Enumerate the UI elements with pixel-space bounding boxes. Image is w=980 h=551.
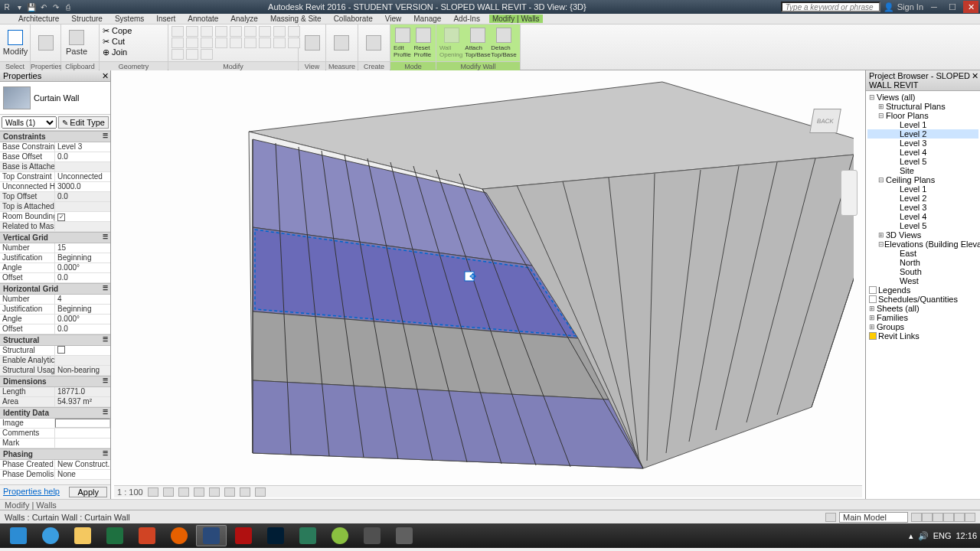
- val-vnum[interactable]: 15: [55, 243, 110, 253]
- volume-icon[interactable]: 🔊: [918, 531, 929, 541]
- tree-floor-plans[interactable]: ⊟Floor Plans: [867, 111, 978, 120]
- tree-level4[interactable]: Level 4: [867, 148, 978, 157]
- worksets-icon[interactable]: [825, 513, 836, 522]
- start-button[interactable]: [3, 525, 34, 546]
- save-icon[interactable]: 💾: [26, 2, 37, 12]
- section-constraints[interactable]: Constraints: [0, 131, 110, 142]
- array-icon[interactable]: [230, 26, 242, 37]
- tree-south[interactable]: South: [867, 267, 978, 276]
- app-icon-2[interactable]: [325, 525, 355, 546]
- render-icon[interactable]: [209, 487, 220, 497]
- tab-addins[interactable]: Add-Ins: [450, 15, 482, 23]
- photoshop-icon[interactable]: [260, 525, 291, 546]
- viewcube-face[interactable]: BACK: [809, 109, 841, 133]
- scale-label[interactable]: 1 : 100: [117, 487, 143, 497]
- close-icon[interactable]: ✕: [972, 71, 978, 81]
- section-dims[interactable]: Dimensions: [0, 376, 110, 387]
- mirror-icon[interactable]: [215, 26, 227, 37]
- app-icon[interactable]: R: [2, 2, 12, 12]
- m4[interactable]: [259, 37, 271, 48]
- tab-systems[interactable]: Systems: [112, 15, 147, 23]
- open-icon[interactable]: ▾: [14, 2, 24, 12]
- tray-up-icon[interactable]: ▴: [909, 531, 913, 541]
- tab-analyze[interactable]: Analyze: [227, 15, 261, 23]
- properties-help-link[interactable]: Properties help: [3, 487, 60, 497]
- sun-path-icon[interactable]: [178, 487, 189, 497]
- tree-legends[interactable]: Legends: [867, 285, 978, 295]
- val-top-constraint[interactable]: Unconnected: [55, 172, 110, 181]
- firefox-icon[interactable]: [164, 525, 194, 546]
- tree-schedules[interactable]: Schedules/Quantities: [867, 295, 978, 304]
- close-icon[interactable]: ✕: [102, 71, 109, 81]
- tree-views[interactable]: ⊟Views (all): [867, 93, 978, 102]
- tab-modify-walls[interactable]: Modify | Walls: [489, 15, 543, 23]
- tree-clevel4[interactable]: Level 4: [867, 212, 978, 221]
- hide-icon[interactable]: [240, 487, 250, 497]
- visual-style-icon[interactable]: [163, 487, 174, 497]
- infocenter-icon[interactable]: 👤: [884, 2, 894, 12]
- m1[interactable]: [215, 37, 227, 48]
- main-model-select[interactable]: Main Model: [839, 512, 908, 523]
- view-cube[interactable]: BACK: [812, 109, 850, 147]
- tab-structure[interactable]: Structure: [68, 15, 106, 23]
- m7[interactable]: [172, 49, 184, 60]
- tree-level1[interactable]: Level 1: [867, 120, 978, 129]
- tree-sheets[interactable]: ⊞Sheets (all): [867, 304, 978, 313]
- print-icon[interactable]: ⎙: [63, 2, 74, 12]
- section-identity[interactable]: Identity Data: [0, 407, 110, 419]
- detach-button[interactable]: Detach Top/Base: [492, 26, 516, 60]
- tree-clevel3[interactable]: Level 3: [867, 203, 978, 212]
- m5[interactable]: [273, 37, 286, 48]
- tree-site[interactable]: Site: [867, 166, 978, 175]
- create-btn[interactable]: [361, 26, 386, 60]
- tab-view[interactable]: View: [382, 15, 405, 23]
- m9[interactable]: [201, 49, 213, 60]
- val-pcreated[interactable]: New Construct...: [55, 460, 110, 469]
- tree-structural-plans[interactable]: ⊞Structural Plans: [867, 102, 978, 111]
- navigation-bar[interactable]: [841, 170, 858, 216]
- split-icon[interactable]: [273, 26, 286, 37]
- drag-icon[interactable]: [954, 513, 965, 522]
- maximize-button[interactable]: ☐: [945, 1, 960, 13]
- attach-button[interactable]: Attach Top/Base: [466, 26, 490, 60]
- tree-level2[interactable]: Level 2: [867, 129, 978, 139]
- detail-level-icon[interactable]: [148, 487, 158, 497]
- 3d-model[interactable]: ✥: [119, 78, 854, 491]
- measure-btn[interactable]: [329, 26, 354, 60]
- tree-families[interactable]: ⊞Families: [867, 313, 978, 322]
- sign-in-label[interactable]: Sign In: [897, 2, 923, 11]
- val-unconn-h[interactable]: 3000.0: [55, 182, 110, 191]
- lang-indicator[interactable]: ENG: [933, 531, 952, 540]
- copy-icon[interactable]: [186, 26, 198, 37]
- search-input[interactable]: [781, 2, 880, 12]
- cut-button[interactable]: ✂ Cut: [103, 37, 165, 47]
- tab-annotate[interactable]: Annotate: [185, 15, 221, 23]
- crop-icon[interactable]: [224, 487, 235, 497]
- shadows-icon[interactable]: [194, 487, 204, 497]
- select-links-icon[interactable]: [911, 513, 922, 522]
- val-mark[interactable]: [55, 439, 110, 448]
- clock[interactable]: 12:16: [956, 531, 977, 540]
- val-image[interactable]: [55, 419, 110, 428]
- tree-east[interactable]: East: [867, 249, 978, 258]
- val-room-bounding[interactable]: ✓: [55, 212, 110, 221]
- val-comments[interactable]: [55, 429, 110, 438]
- delete-icon[interactable]: [201, 37, 213, 48]
- section-vgrid[interactable]: Vertical Grid: [0, 232, 110, 243]
- tree-revit-links[interactable]: Revit Links: [867, 331, 978, 341]
- rotate-icon[interactable]: [201, 26, 213, 37]
- val-hnum[interactable]: 4: [55, 295, 110, 304]
- type-selector[interactable]: Curtain Wall: [0, 82, 110, 115]
- m3[interactable]: [244, 37, 256, 48]
- tree-3dviews[interactable]: ⊞3D Views: [867, 230, 978, 240]
- undo-icon[interactable]: ↶: [38, 2, 49, 12]
- paste-button[interactable]: Paste: [64, 26, 89, 60]
- trim-icon[interactable]: [259, 26, 271, 37]
- modify-tool[interactable]: Modify: [3, 26, 28, 60]
- val-hjust[interactable]: Beginning: [55, 305, 110, 314]
- view-btn[interactable]: [302, 26, 322, 60]
- app-icon-1[interactable]: [292, 525, 323, 546]
- minimize-button[interactable]: ─: [926, 1, 942, 13]
- section-phasing[interactable]: Phasing: [0, 448, 110, 460]
- m8[interactable]: [186, 49, 198, 60]
